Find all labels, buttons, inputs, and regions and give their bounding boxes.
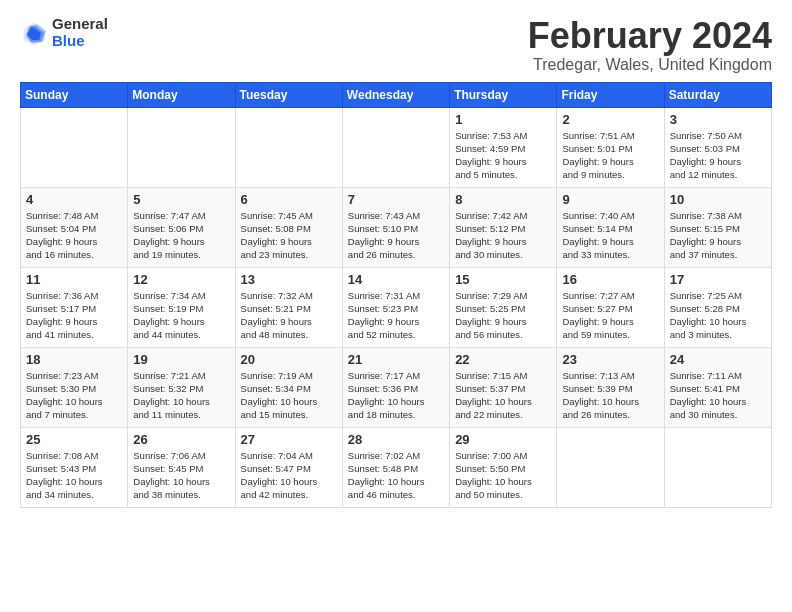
column-header-saturday: Saturday [664,82,771,107]
day-info: Sunrise: 7:40 AM Sunset: 5:14 PM Dayligh… [562,209,658,262]
day-info: Sunrise: 7:38 AM Sunset: 5:15 PM Dayligh… [670,209,766,262]
calendar-cell [21,107,128,187]
calendar-cell: 10Sunrise: 7:38 AM Sunset: 5:15 PM Dayli… [664,187,771,267]
calendar-cell: 27Sunrise: 7:04 AM Sunset: 5:47 PM Dayli… [235,427,342,507]
logo-blue-text: Blue [52,33,108,50]
day-number: 17 [670,272,766,287]
day-info: Sunrise: 7:29 AM Sunset: 5:25 PM Dayligh… [455,289,551,342]
day-info: Sunrise: 7:08 AM Sunset: 5:43 PM Dayligh… [26,449,122,502]
day-number: 5 [133,192,229,207]
calendar-cell: 22Sunrise: 7:15 AM Sunset: 5:37 PM Dayli… [450,347,557,427]
day-number: 10 [670,192,766,207]
column-header-tuesday: Tuesday [235,82,342,107]
day-info: Sunrise: 7:48 AM Sunset: 5:04 PM Dayligh… [26,209,122,262]
calendar-cell: 15Sunrise: 7:29 AM Sunset: 5:25 PM Dayli… [450,267,557,347]
calendar-cell: 5Sunrise: 7:47 AM Sunset: 5:06 PM Daylig… [128,187,235,267]
calendar-cell [557,427,664,507]
day-number: 3 [670,112,766,127]
day-info: Sunrise: 7:23 AM Sunset: 5:30 PM Dayligh… [26,369,122,422]
column-header-friday: Friday [557,82,664,107]
header-row: SundayMondayTuesdayWednesdayThursdayFrid… [21,82,772,107]
day-number: 19 [133,352,229,367]
calendar-cell: 23Sunrise: 7:13 AM Sunset: 5:39 PM Dayli… [557,347,664,427]
calendar-cell [128,107,235,187]
day-number: 6 [241,192,337,207]
calendar-cell: 24Sunrise: 7:11 AM Sunset: 5:41 PM Dayli… [664,347,771,427]
day-info: Sunrise: 7:47 AM Sunset: 5:06 PM Dayligh… [133,209,229,262]
day-number: 22 [455,352,551,367]
logo-text: General Blue [52,16,108,49]
day-number: 25 [26,432,122,447]
day-number: 29 [455,432,551,447]
calendar-header: SundayMondayTuesdayWednesdayThursdayFrid… [21,82,772,107]
day-number: 11 [26,272,122,287]
calendar-cell: 20Sunrise: 7:19 AM Sunset: 5:34 PM Dayli… [235,347,342,427]
calendar-cell: 19Sunrise: 7:21 AM Sunset: 5:32 PM Dayli… [128,347,235,427]
calendar-cell: 1Sunrise: 7:53 AM Sunset: 4:59 PM Daylig… [450,107,557,187]
calendar-cell: 25Sunrise: 7:08 AM Sunset: 5:43 PM Dayli… [21,427,128,507]
calendar-cell: 16Sunrise: 7:27 AM Sunset: 5:27 PM Dayli… [557,267,664,347]
day-info: Sunrise: 7:06 AM Sunset: 5:45 PM Dayligh… [133,449,229,502]
day-info: Sunrise: 7:04 AM Sunset: 5:47 PM Dayligh… [241,449,337,502]
calendar-cell: 8Sunrise: 7:42 AM Sunset: 5:12 PM Daylig… [450,187,557,267]
calendar-cell: 12Sunrise: 7:34 AM Sunset: 5:19 PM Dayli… [128,267,235,347]
day-info: Sunrise: 7:02 AM Sunset: 5:48 PM Dayligh… [348,449,444,502]
page: General Blue February 2024 Tredegar, Wal… [0,0,792,518]
day-number: 24 [670,352,766,367]
calendar-body: 1Sunrise: 7:53 AM Sunset: 4:59 PM Daylig… [21,107,772,507]
day-number: 18 [26,352,122,367]
day-info: Sunrise: 7:31 AM Sunset: 5:23 PM Dayligh… [348,289,444,342]
calendar-cell [235,107,342,187]
logo-general-text: General [52,16,108,33]
day-info: Sunrise: 7:42 AM Sunset: 5:12 PM Dayligh… [455,209,551,262]
day-info: Sunrise: 7:25 AM Sunset: 5:28 PM Dayligh… [670,289,766,342]
day-info: Sunrise: 7:53 AM Sunset: 4:59 PM Dayligh… [455,129,551,182]
column-header-wednesday: Wednesday [342,82,449,107]
day-info: Sunrise: 7:19 AM Sunset: 5:34 PM Dayligh… [241,369,337,422]
logo: General Blue [20,16,108,49]
day-number: 14 [348,272,444,287]
day-info: Sunrise: 7:43 AM Sunset: 5:10 PM Dayligh… [348,209,444,262]
main-title: February 2024 [528,16,772,56]
day-info: Sunrise: 7:21 AM Sunset: 5:32 PM Dayligh… [133,369,229,422]
day-number: 23 [562,352,658,367]
week-row-1: 1Sunrise: 7:53 AM Sunset: 4:59 PM Daylig… [21,107,772,187]
calendar-cell: 3Sunrise: 7:50 AM Sunset: 5:03 PM Daylig… [664,107,771,187]
day-number: 13 [241,272,337,287]
day-info: Sunrise: 7:00 AM Sunset: 5:50 PM Dayligh… [455,449,551,502]
day-number: 26 [133,432,229,447]
header: General Blue February 2024 Tredegar, Wal… [20,16,772,74]
day-info: Sunrise: 7:45 AM Sunset: 5:08 PM Dayligh… [241,209,337,262]
day-info: Sunrise: 7:13 AM Sunset: 5:39 PM Dayligh… [562,369,658,422]
calendar-cell: 28Sunrise: 7:02 AM Sunset: 5:48 PM Dayli… [342,427,449,507]
calendar-cell [664,427,771,507]
column-header-thursday: Thursday [450,82,557,107]
day-number: 27 [241,432,337,447]
week-row-2: 4Sunrise: 7:48 AM Sunset: 5:04 PM Daylig… [21,187,772,267]
calendar-cell: 13Sunrise: 7:32 AM Sunset: 5:21 PM Dayli… [235,267,342,347]
day-number: 4 [26,192,122,207]
day-number: 1 [455,112,551,127]
day-number: 2 [562,112,658,127]
day-info: Sunrise: 7:51 AM Sunset: 5:01 PM Dayligh… [562,129,658,182]
day-number: 12 [133,272,229,287]
calendar-cell: 2Sunrise: 7:51 AM Sunset: 5:01 PM Daylig… [557,107,664,187]
day-info: Sunrise: 7:36 AM Sunset: 5:17 PM Dayligh… [26,289,122,342]
day-number: 28 [348,432,444,447]
calendar-cell: 4Sunrise: 7:48 AM Sunset: 5:04 PM Daylig… [21,187,128,267]
calendar-cell: 29Sunrise: 7:00 AM Sunset: 5:50 PM Dayli… [450,427,557,507]
day-info: Sunrise: 7:17 AM Sunset: 5:36 PM Dayligh… [348,369,444,422]
calendar-cell: 6Sunrise: 7:45 AM Sunset: 5:08 PM Daylig… [235,187,342,267]
day-number: 20 [241,352,337,367]
title-area: February 2024 Tredegar, Wales, United Ki… [528,16,772,74]
calendar-cell: 17Sunrise: 7:25 AM Sunset: 5:28 PM Dayli… [664,267,771,347]
calendar: SundayMondayTuesdayWednesdayThursdayFrid… [20,82,772,508]
column-header-sunday: Sunday [21,82,128,107]
day-info: Sunrise: 7:11 AM Sunset: 5:41 PM Dayligh… [670,369,766,422]
day-number: 7 [348,192,444,207]
day-number: 8 [455,192,551,207]
calendar-cell: 21Sunrise: 7:17 AM Sunset: 5:36 PM Dayli… [342,347,449,427]
week-row-4: 18Sunrise: 7:23 AM Sunset: 5:30 PM Dayli… [21,347,772,427]
day-number: 15 [455,272,551,287]
day-number: 9 [562,192,658,207]
